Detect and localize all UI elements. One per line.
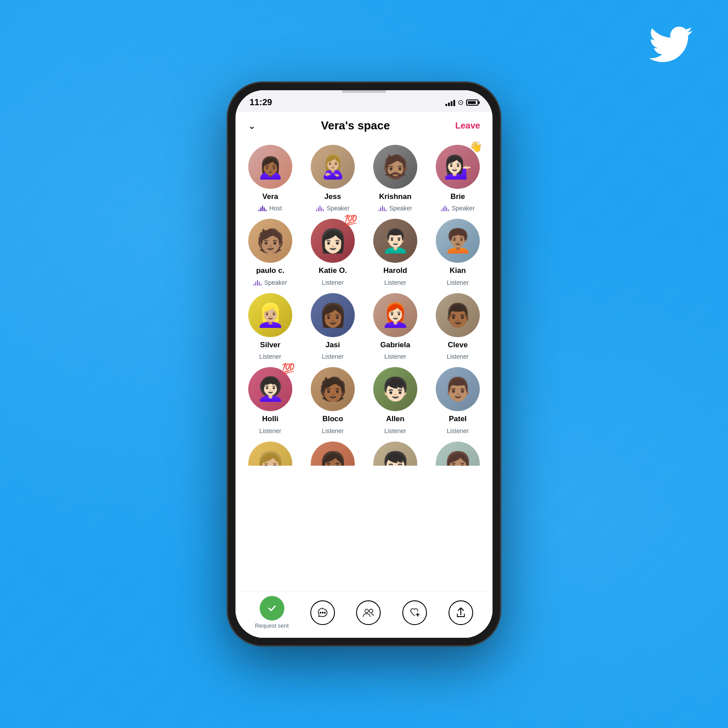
participant-bloco[interactable]: 🧑🏾 Bloco Listener bbox=[303, 367, 362, 434]
phone-screen: 11:29 ⊙ ⌄ bbox=[235, 90, 493, 638]
avatar: 🧑🏽 bbox=[248, 219, 292, 263]
svg-point-4 bbox=[369, 609, 373, 613]
avatar: 👦🏻 bbox=[373, 441, 417, 466]
signal-bar-3 bbox=[451, 101, 452, 106]
avatar: 🙍🏾‍♀️ bbox=[248, 145, 292, 189]
avatar: 🙎🏼‍♀️ bbox=[311, 145, 355, 189]
participant-partial-partial1[interactable]: 👩🏼 bbox=[241, 441, 300, 466]
role-label: Host bbox=[258, 205, 282, 212]
participant-cleve[interactable]: 👨🏾 Cleve Listener bbox=[428, 293, 487, 360]
twitter-logo bbox=[649, 26, 693, 63]
share-icon bbox=[449, 600, 473, 625]
participant-gabriela[interactable]: 👩🏻‍🦰 Gabriela Listener bbox=[366, 293, 425, 360]
participant-jess[interactable]: 🙎🏼‍♀️ Jess Speaker bbox=[303, 145, 362, 212]
avatar-wrapper: 🧑🏽‍🦱 bbox=[436, 219, 480, 263]
participant-name: Cleve bbox=[448, 341, 467, 349]
participant-name: Kian bbox=[450, 266, 466, 275]
bottom-toolbar: Request sent bbox=[235, 591, 493, 638]
role-label: Listener bbox=[259, 353, 281, 360]
notch-pill bbox=[342, 90, 386, 93]
role-label: Listener bbox=[384, 353, 406, 360]
role-text: Listener bbox=[322, 353, 344, 360]
people-icon bbox=[356, 600, 381, 625]
svg-point-2 bbox=[324, 612, 326, 614]
avatar-wrapper: 🧑🏽 bbox=[248, 219, 292, 263]
signal-bar-2 bbox=[448, 103, 450, 106]
request-check-icon bbox=[260, 596, 284, 621]
role-text: Listener bbox=[322, 279, 344, 286]
participant-jasi[interactable]: 👩🏾 Jasi Listener bbox=[303, 293, 362, 360]
heart-plus-icon bbox=[402, 600, 427, 625]
participant-patel[interactable]: 👨🏽 Patel Listener bbox=[428, 367, 487, 434]
role-label: Listener bbox=[447, 279, 469, 286]
svg-point-0 bbox=[320, 612, 321, 614]
phone-wrapper: 11:29 ⊙ ⌄ bbox=[228, 82, 500, 646]
participant-partial-partial4[interactable]: 👩🏽 bbox=[428, 441, 487, 466]
share-button[interactable] bbox=[449, 600, 473, 625]
leave-button[interactable]: Leave bbox=[455, 121, 480, 131]
avatar: 👩🏻‍🦰 bbox=[373, 293, 417, 337]
role-label: Listener bbox=[384, 427, 406, 434]
emoji-badge: 💯 bbox=[282, 364, 295, 374]
participant-katie[interactable]: 👩🏻 💯 Katie O. Listener bbox=[303, 219, 362, 286]
participant-brie[interactable]: 💁🏻‍♀️ 👋 Brie Speaker bbox=[428, 145, 487, 212]
avatar-wrapper: 👨🏻‍🦱 bbox=[373, 219, 417, 263]
chevron-down-icon[interactable]: ⌄ bbox=[248, 120, 256, 132]
battery-fill bbox=[468, 101, 476, 104]
role-label: Speaker bbox=[379, 205, 412, 212]
role-text: Listener bbox=[384, 353, 406, 360]
role-text: Speaker bbox=[452, 205, 474, 212]
mic-wave-icon bbox=[254, 279, 262, 286]
chat-button[interactable] bbox=[310, 600, 335, 625]
participant-name: paulo c. bbox=[256, 266, 284, 275]
avatar: 👩🏼 bbox=[248, 441, 292, 466]
role-label: Listener bbox=[447, 353, 469, 360]
avatar: 👩🏽 bbox=[436, 441, 480, 466]
participant-paulo[interactable]: 🧑🏽 paulo c. Speaker bbox=[241, 219, 300, 286]
participant-allen[interactable]: 👦🏻 Allen Listener bbox=[366, 367, 425, 434]
participant-krishnan[interactable]: 🧔🏽 Krishnan Speaker bbox=[366, 145, 425, 212]
avatar-wrapper: 👩🏾 bbox=[311, 293, 355, 337]
role-label: Speaker bbox=[316, 205, 350, 212]
people-button[interactable] bbox=[356, 600, 381, 625]
role-text: Listener bbox=[259, 427, 281, 434]
avatar-wrapper: 💁🏻‍♀️ 👋 bbox=[436, 145, 480, 189]
status-time: 11:29 bbox=[250, 97, 272, 107]
avatar-wrapper: 👱🏼‍♀️ bbox=[248, 293, 292, 337]
participant-name: Harold bbox=[383, 266, 407, 275]
signal-bar-1 bbox=[445, 104, 447, 106]
follow-button[interactable] bbox=[402, 600, 427, 625]
avatar: 👦🏻 bbox=[373, 367, 417, 411]
participant-name: Holli bbox=[262, 415, 279, 423]
avatar-wrapper: 👩🏻‍🦱 💯 bbox=[248, 367, 292, 411]
avatar: 👨🏾 bbox=[436, 293, 480, 337]
role-label: Speaker bbox=[254, 279, 287, 286]
request-sent-button[interactable]: Request sent bbox=[255, 596, 289, 629]
role-text: Speaker bbox=[327, 205, 349, 212]
participant-name: Vera bbox=[262, 192, 278, 201]
participant-partial-partial3[interactable]: 👦🏻 bbox=[366, 441, 425, 466]
avatar-wrapper: 👦🏻 bbox=[373, 367, 417, 411]
status-bar: 11:29 ⊙ bbox=[235, 90, 493, 112]
emoji-badge: 💯 bbox=[344, 215, 357, 226]
avatar-wrapper: 🙍🏾‍♀️ bbox=[248, 145, 292, 189]
participant-partial-partial2[interactable]: 👩🏾 bbox=[303, 441, 362, 466]
participant-harold[interactable]: 👨🏻‍🦱 Harold Listener bbox=[366, 219, 425, 286]
role-text: Listener bbox=[384, 427, 406, 434]
signal-bars-icon bbox=[445, 99, 455, 106]
participant-vera[interactable]: 🙍🏾‍♀️ Vera Host bbox=[241, 145, 300, 212]
phone-frame: 11:29 ⊙ ⌄ bbox=[228, 82, 500, 646]
role-text: Listener bbox=[384, 279, 406, 286]
avatar-wrapper: 🧔🏽 bbox=[373, 145, 417, 189]
avatar: 🧑🏾 bbox=[311, 367, 355, 411]
header: ⌄ Vera's space Leave bbox=[235, 112, 493, 138]
participants-scroll[interactable]: 🙍🏾‍♀️ Vera Host 🙎🏼‍♀️ Jess Spe bbox=[235, 138, 493, 591]
participant-kian[interactable]: 🧑🏽‍🦱 Kian Listener bbox=[428, 219, 487, 286]
avatar-partial: 👩🏾 bbox=[311, 441, 355, 466]
wifi-icon: ⊙ bbox=[458, 98, 463, 107]
avatar-partial: 👩🏽 bbox=[436, 441, 480, 466]
participant-holli[interactable]: 👩🏻‍🦱 💯 Holli Listener bbox=[241, 367, 300, 434]
participant-silver[interactable]: 👱🏼‍♀️ Silver Listener bbox=[241, 293, 300, 360]
request-sent-label: Request sent bbox=[255, 622, 289, 629]
avatar: 👩🏾 bbox=[311, 293, 355, 337]
